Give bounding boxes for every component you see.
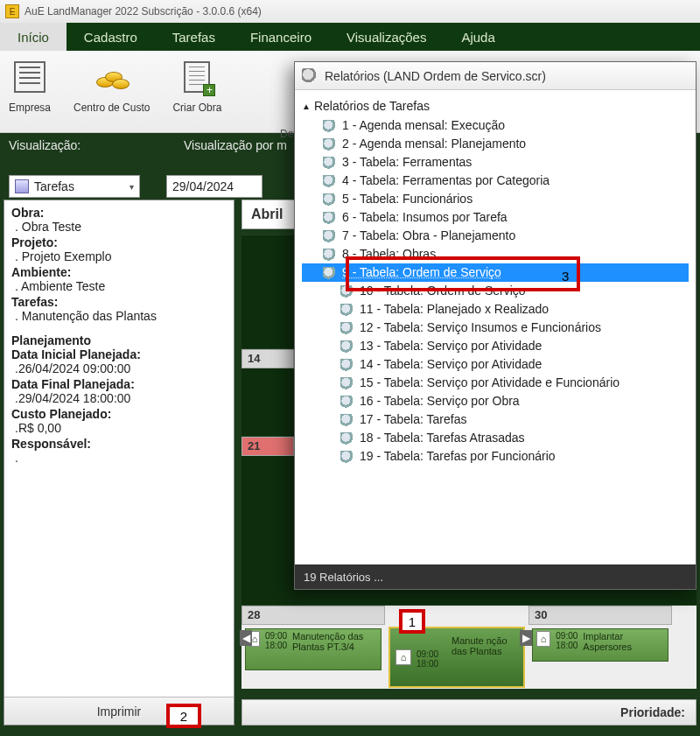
reports-tree-item-label: 3 - Tabela: Ferramentas [342, 154, 472, 171]
annotation-3-box [346, 256, 580, 291]
custo-label: Custo Planejado: [11, 407, 227, 421]
report-item-icon [340, 432, 354, 445]
ribbon-centro-custo-label: Centro de Custo [74, 102, 150, 114]
reports-tree-item[interactable]: 5 - Tabela: Funcionários [302, 190, 689, 208]
visualizacao-por-label: Visualização por m [184, 138, 287, 152]
menu-tab-financeiro[interactable]: Financeiro [233, 23, 329, 51]
reports-window[interactable]: Relatórios (LAND Ordem de Servico.scr) ▲… [294, 61, 696, 590]
reports-status-bar: 19 Relatórios ... [295, 564, 696, 589]
reports-tree-item-label: 16 - Tabela: Serviço por Obra [360, 393, 520, 410]
obra-value: . Obra Teste [11, 220, 227, 234]
menu-tab-tarefas[interactable]: Tarefas [155, 23, 233, 51]
reports-tree-item[interactable]: 15 - Tabela: Serviço por Atividade e Fun… [302, 374, 689, 392]
reports-tree-item[interactable]: 19 - Tabela: Tarefas por Funcionário [302, 447, 689, 466]
calendar-event-28[interactable]: ⌂ 09:0018:00 Manutenção das Plantas PT.3… [245, 628, 382, 670]
day-21-cell[interactable]: 21 [242, 437, 294, 456]
ribbon-empresa[interactable]: Empresa [9, 56, 51, 132]
date-value: 29/04/2024 [172, 179, 234, 193]
ribbon-criar-obra-label: Criar Obra [172, 102, 221, 114]
obra-label: Obra: [11, 206, 227, 220]
reports-tree-item-label: 5 - Tabela: Funcionários [342, 191, 472, 207]
data-inicial-value: .26/04/2024 09:00:00 [11, 361, 227, 375]
data-inicial-label: Data Inicial Planejada: [11, 347, 227, 361]
window-title-bar: E AuE LandManager 2022 Subscrição - 3.0.… [0, 0, 700, 23]
ribbon-criar-obra[interactable]: + Criar Obra [172, 56, 221, 132]
reports-tree-item[interactable]: 4 - Tabela: Ferramentas por Categoria [302, 172, 689, 190]
reports-tree-item-label: 11 - Tabela: Planejado x Realizado [360, 301, 549, 318]
reports-tree-item-label: 17 - Tabela: Tarefas [360, 411, 466, 428]
menu-tab-cadastro[interactable]: Cadastro [66, 23, 155, 51]
visualizacao-combo-value: Tarefas [34, 179, 74, 193]
report-item-icon [323, 138, 337, 151]
reports-tree-item[interactable]: 18 - Tabela: Tarefas Atrasadas [302, 429, 689, 447]
event-30-title: Implantar Aspersores [583, 631, 664, 652]
day-30-cell[interactable]: 30 [528, 606, 672, 625]
reports-tree-item[interactable]: 12 - Tabela: Serviço Insumos e Funcionár… [302, 319, 689, 337]
calendar-event-29[interactable]: ⌂ 09:0018:00 Manute nção das Plantas [388, 627, 525, 688]
event-30-times: 09:0018:00 [556, 631, 578, 650]
reports-tree-item-label: 14 - Tabela: Serviço por Atividade [360, 356, 542, 373]
details-panel: Obra: . Obra Teste Projeto: . Projeto Ex… [4, 200, 234, 725]
reports-tree-item[interactable]: 16 - Tabela: Serviço por Obra [302, 392, 689, 410]
reports-tree-item[interactable]: 1 - Agenda mensal: Execução [302, 116, 689, 135]
event-28-title: Manutenção das Plantas PT.3/4 [292, 631, 377, 652]
visualizacao-combo[interactable]: Tarefas ▾ [9, 175, 140, 198]
calendar-event-30[interactable]: ⌂ 09:0018:00 Implantar Aspersores [532, 628, 668, 662]
menu-tab-ajuda[interactable]: Ajuda [444, 23, 512, 51]
projeto-value: . Projeto Exemplo [11, 249, 227, 263]
report-item-icon [323, 175, 337, 187]
reports-tree-item-label: 2 - Agenda mensal: Planejamento [342, 136, 526, 152]
event-next-icon[interactable]: ▶ [520, 630, 532, 646]
tarefas-value: . Manutenção das Plantas [11, 309, 227, 323]
menu-bar: Início Cadastro Tarefas Financeiro Visua… [0, 23, 700, 51]
report-item-icon [340, 414, 354, 426]
reports-tree-item[interactable]: 14 - Tabela: Serviço por Atividade [302, 355, 689, 374]
report-icon [302, 68, 318, 84]
reports-tree-item-label: 19 - Tabela: Tarefas por Funcionário [360, 448, 556, 465]
ambiente-value: . Ambiente Teste [11, 279, 227, 293]
report-item-icon [323, 212, 337, 224]
annotation-3: 3 [562, 269, 569, 284]
day-28-cell[interactable]: 28 [242, 606, 385, 625]
reports-tree-item[interactable]: 6 - Tabela: Insumos por Tarefa [302, 208, 689, 227]
reports-tree-item[interactable]: 11 - Tabela: Planejado x Realizado [302, 300, 689, 319]
reports-tree-item[interactable]: 7 - Tabela: Obra - Planejamento [302, 227, 689, 245]
day-14-cell[interactable]: 14 [242, 349, 294, 368]
report-item-icon [340, 396, 354, 408]
report-item-icon [340, 359, 354, 371]
new-doc-icon: + [184, 61, 210, 93]
date-input[interactable]: 29/04/2024 [166, 175, 262, 198]
reports-window-title-bar[interactable]: Relatórios (LAND Ordem de Servico.scr) [295, 62, 696, 90]
reports-tree-item[interactable]: 2 - Agenda mensal: Planejamento [302, 135, 689, 153]
reports-tree-item-label: 6 - Tabela: Insumos por Tarefa [342, 209, 508, 226]
reports-tree-item[interactable]: 13 - Tabela: Serviço por Atividade [302, 337, 689, 355]
reports-tree-item-label: 18 - Tabela: Tarefas Atrasadas [360, 430, 525, 446]
reports-tree-item[interactable]: 17 - Tabela: Tarefas [302, 410, 689, 429]
menu-tab-inicio[interactable]: Início [0, 23, 66, 51]
report-item-icon [323, 120, 337, 132]
menu-tab-visualizacoes[interactable]: Visualizações [329, 23, 444, 51]
reports-tree-item[interactable]: 3 - Tabela: Ferramentas [302, 153, 689, 172]
planejamento-label: Planejamento [11, 333, 227, 347]
triangle-collapse-icon[interactable]: ▲ [302, 102, 311, 111]
report-item-icon [323, 157, 337, 169]
ribbon-centro-custo[interactable]: Centro de Custo [74, 56, 150, 132]
reports-tree[interactable]: ▲ Relatórios de Tarefas 1 - Agenda mensa… [295, 90, 696, 564]
data-final-value: .29/04/2024 18:00:00 [11, 391, 227, 405]
tarefas-label: Tarefas: [11, 295, 227, 309]
report-item-icon [323, 267, 337, 279]
coins-icon [94, 61, 130, 93]
report-item-icon [340, 322, 354, 334]
event-29-times: 09:0018:00 [416, 649, 438, 669]
responsavel-label: Responsável: [11, 437, 227, 451]
building-icon [14, 61, 46, 93]
reports-tree-item-label: 15 - Tabela: Serviço por Atividade e Fun… [360, 375, 620, 391]
annotation-1: 1 [399, 609, 425, 634]
event-prev-icon[interactable]: ◀ [240, 630, 252, 646]
responsavel-value: . [11, 451, 227, 465]
reports-tree-item-label: 12 - Tabela: Serviço Insumos e Funcionár… [360, 319, 601, 336]
reports-window-title: Relatórios (LAND Ordem de Servico.scr) [325, 69, 546, 83]
print-button-label: Imprimir [97, 704, 142, 718]
reports-tree-root[interactable]: ▲ Relatórios de Tarefas [302, 99, 689, 113]
data-final-label: Data Final Planejada: [11, 377, 227, 391]
